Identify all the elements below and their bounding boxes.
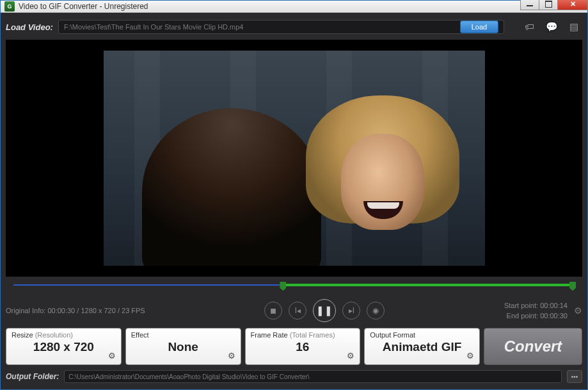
effect-setting[interactable]: Effect None ⚙ — [125, 328, 241, 365]
format-label: Output Format — [370, 331, 474, 339]
end-point-label: End point: — [507, 312, 539, 320]
maximize-button[interactable] — [539, 0, 558, 10]
format-setting[interactable]: Output Format Animaetd GIF ⚙ — [364, 328, 480, 365]
start-point-label: Start point: — [504, 302, 538, 309]
end-marker[interactable] — [569, 282, 576, 291]
titlebar[interactable]: G Video to GIF Converter - Unregistered — [1, 1, 587, 13]
video-preview-area — [6, 40, 582, 277]
info-row: Original Info: 00:00:30 / 1280 x 720 / 2… — [6, 297, 582, 324]
original-info-text: Original Info: 00:00:30 / 1280 x 720 / 2… — [6, 307, 145, 314]
load-button[interactable]: Load — [460, 20, 498, 33]
output-row: Output Folder: C:\Users\Administrator\Do… — [6, 369, 582, 384]
framerate-gear-icon[interactable]: ⚙ — [347, 351, 354, 361]
video-frame[interactable] — [104, 51, 485, 266]
video-path-text: F:\Movies\Test\The Fault In Our Stars Mo… — [64, 23, 460, 31]
resize-label: Resize — [12, 331, 33, 339]
output-folder-label: Output Folder: — [6, 372, 59, 381]
load-video-row: Load Video: F:\Movies\Test\The Fault In … — [6, 18, 582, 36]
playback-controls: ◼ I◂ ❚❚ ▸I ◉ — [264, 299, 385, 322]
convert-button[interactable]: Convert — [484, 328, 582, 365]
playhead-progress — [13, 284, 290, 286]
start-point-time: 00:00:14 — [540, 302, 568, 309]
framerate-label: Frame Rate — [251, 331, 288, 339]
app-icon: G — [4, 1, 15, 12]
video-path-input[interactable]: F:\Movies\Test\The Fault In Our Stars Mo… — [58, 20, 504, 34]
framerate-value: 16 — [251, 340, 355, 354]
next-frame-button[interactable]: ▸I — [342, 302, 360, 320]
framerate-setting[interactable]: Frame Rate (Total Frames) 16 ⚙ — [245, 328, 361, 365]
timeline[interactable] — [6, 282, 582, 293]
start-marker[interactable] — [280, 282, 286, 291]
resize-sublabel: (Resolution) — [35, 331, 73, 339]
window-title: Video to GIF Converter - Unregistered — [19, 2, 521, 11]
list-icon[interactable]: ▤ — [569, 21, 578, 33]
browse-button[interactable]: ••• — [567, 370, 582, 383]
minimize-button[interactable] — [520, 0, 539, 10]
tag-icon[interactable]: 🏷 — [525, 21, 534, 33]
effect-gear-icon[interactable]: ⚙ — [228, 351, 235, 361]
resize-gear-icon[interactable]: ⚙ — [108, 351, 116, 361]
selection-range — [282, 284, 573, 286]
effect-label: Effect — [131, 331, 235, 339]
app-window: G Video to GIF Converter - Unregistered … — [0, 0, 588, 390]
effect-value: None — [131, 340, 235, 354]
end-point-time: 00:00:30 — [540, 312, 568, 320]
close-button[interactable] — [557, 0, 588, 10]
format-value: Animaetd GIF — [370, 340, 474, 354]
settings-row: Resize (Resolution) 1280 x 720 ⚙ Effect … — [6, 328, 582, 365]
output-path-input[interactable]: C:\Users\Administrator\Documents\AoaoPho… — [64, 370, 562, 383]
framerate-sublabel: (Total Frames) — [290, 331, 335, 339]
load-video-label: Load Video: — [6, 22, 53, 32]
format-gear-icon[interactable]: ⚙ — [466, 351, 474, 361]
app-body: Load Video: F:\Movies\Test\The Fault In … — [1, 13, 587, 389]
stop-button[interactable]: ◼ — [264, 302, 282, 320]
clip-settings-icon[interactable]: ⚙ — [574, 304, 582, 318]
snapshot-button[interactable]: ◉ — [367, 302, 385, 320]
resize-setting[interactable]: Resize (Resolution) 1280 x 720 ⚙ — [6, 328, 122, 365]
resize-value: 1280 x 720 — [12, 340, 116, 354]
pause-button[interactable]: ❚❚ — [313, 299, 336, 322]
prev-frame-button[interactable]: I◂ — [289, 302, 306, 320]
comment-icon[interactable]: 💬 — [546, 21, 558, 33]
